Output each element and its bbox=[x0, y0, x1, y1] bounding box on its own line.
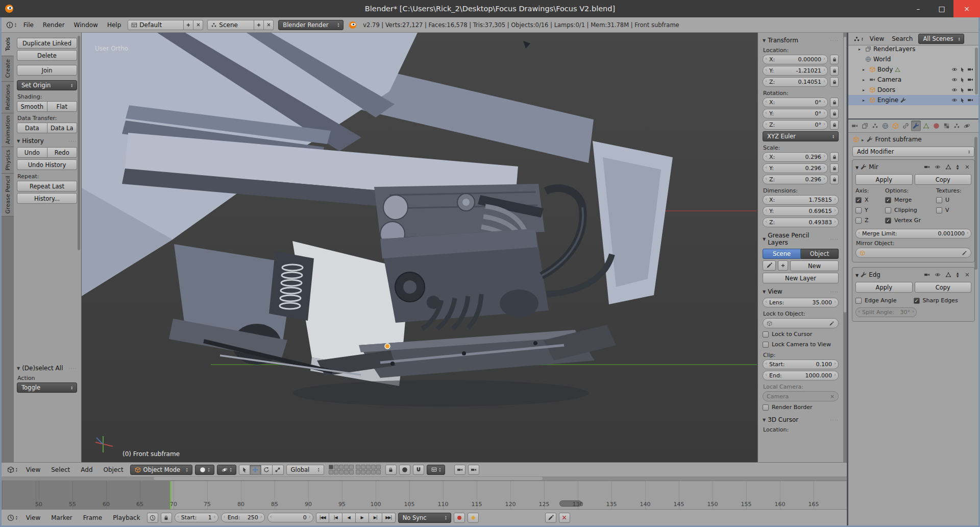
apply-button[interactable]: Apply bbox=[855, 174, 913, 185]
modifier-name[interactable]: Edg bbox=[869, 271, 880, 278]
jump-to-end-button[interactable]: ▶▶| bbox=[382, 513, 396, 523]
modifier-move-buttons[interactable] bbox=[954, 164, 961, 170]
undo-history-button[interactable]: Undo History bbox=[17, 159, 77, 170]
copy-button[interactable]: Copy bbox=[915, 282, 972, 293]
outliner-item-body[interactable]: Body bbox=[848, 64, 978, 75]
object-tab[interactable] bbox=[891, 121, 900, 131]
timeline-menu-playback[interactable]: Playback bbox=[109, 511, 144, 524]
clip-end-field[interactable]: End:1000.000 bbox=[763, 371, 839, 380]
scale-z-lock[interactable] bbox=[830, 175, 839, 184]
outliner-scrollbar[interactable] bbox=[975, 47, 978, 94]
snap-element-dropdown[interactable] bbox=[427, 465, 445, 475]
snap-toggle[interactable] bbox=[413, 465, 424, 475]
modifier-viewport-toggle[interactable] bbox=[933, 163, 942, 171]
merge-limit-field[interactable]: Merge Limit:0.001000 bbox=[855, 229, 971, 238]
vertex-group-checkbox[interactable] bbox=[885, 218, 891, 224]
scale-x-field[interactable]: X:0.296 bbox=[763, 152, 828, 162]
play-reverse-button[interactable]: ◀ bbox=[342, 513, 356, 523]
lock-to-object-field[interactable] bbox=[763, 318, 839, 328]
dimensions-z-field[interactable]: Z:0.49383 bbox=[763, 218, 839, 227]
viewport-editor[interactable]: User Ortho (0) Front subframe Tools Crea… bbox=[2, 33, 847, 476]
outliner-item-camera[interactable]: Camera bbox=[848, 75, 978, 85]
redo-button[interactable]: Redo bbox=[47, 147, 78, 158]
manipulator-scale-toggle[interactable] bbox=[273, 465, 284, 475]
location-z-lock[interactable] bbox=[830, 77, 839, 87]
modifier-editmode-toggle[interactable] bbox=[944, 163, 952, 171]
play-button[interactable]: ▶ bbox=[356, 513, 369, 523]
set-origin-dropdown[interactable]: Set Origin bbox=[17, 80, 77, 90]
scene-selector[interactable]: Scene bbox=[207, 20, 254, 30]
shade-smooth-button[interactable]: Smooth bbox=[17, 101, 47, 112]
lock-camera-checkbox[interactable] bbox=[763, 342, 769, 348]
visibility-eye-icon[interactable] bbox=[951, 66, 958, 73]
add-screen-layout-button[interactable] bbox=[184, 20, 193, 30]
delete-button[interactable]: Delete bbox=[17, 50, 77, 61]
viewport-editor-selector[interactable] bbox=[5, 465, 19, 475]
sharp-edges-checkbox[interactable] bbox=[914, 298, 920, 304]
delete-screen-layout-button[interactable] bbox=[193, 20, 203, 30]
history-menu-button[interactable]: History... bbox=[17, 193, 77, 204]
selectability-icon[interactable] bbox=[960, 98, 965, 103]
render-engine-selector[interactable]: Blender Render bbox=[278, 20, 344, 30]
auto-keyframe-record-button[interactable] bbox=[454, 513, 465, 523]
modifier-render-toggle[interactable] bbox=[922, 271, 931, 279]
texture-v-checkbox[interactable] bbox=[936, 207, 942, 213]
selectability-icon[interactable] bbox=[960, 77, 965, 83]
timeline-editor-selector[interactable] bbox=[5, 513, 19, 523]
gp-source-scene-button[interactable]: Scene bbox=[763, 249, 801, 259]
scale-z-field[interactable]: Z:0.296 bbox=[763, 175, 828, 184]
dimensions-x-field[interactable]: X:1.75815 bbox=[763, 195, 839, 205]
outliner-editor-selector[interactable] bbox=[851, 34, 865, 44]
scale-y-field[interactable]: Y:0.296 bbox=[763, 163, 828, 173]
view-panel-header[interactable]: View bbox=[763, 288, 839, 295]
use-preview-range-toggle[interactable] bbox=[147, 513, 158, 523]
insert-keyframe-button[interactable] bbox=[545, 513, 556, 523]
physics-tab[interactable] bbox=[962, 121, 972, 131]
tab-relations[interactable]: Relations bbox=[2, 82, 14, 113]
edge-angle-checkbox[interactable] bbox=[855, 298, 862, 304]
dimensions-y-field[interactable]: Y:0.69615 bbox=[763, 206, 839, 216]
renderability-icon[interactable] bbox=[967, 97, 973, 103]
clipping-checkbox[interactable] bbox=[885, 207, 891, 213]
clip-start-field[interactable]: Start:0.100 bbox=[763, 360, 839, 369]
tab-animation[interactable]: Animation bbox=[2, 113, 14, 147]
tab-tools[interactable]: Tools bbox=[2, 33, 14, 56]
constraints-tab[interactable] bbox=[901, 121, 911, 131]
join-button[interactable]: Join bbox=[17, 65, 77, 76]
merge-checkbox[interactable] bbox=[885, 197, 891, 203]
tab-grease-pencil[interactable]: Grease Pencil bbox=[2, 174, 14, 217]
editor-type-selector[interactable] bbox=[4, 20, 18, 30]
manipulator-rotate-toggle[interactable] bbox=[261, 465, 273, 475]
history-panel-header[interactable]: History bbox=[17, 137, 77, 145]
rotation-mode-dropdown[interactable]: XYZ Euler bbox=[763, 131, 839, 141]
shade-flat-button[interactable]: Flat bbox=[47, 101, 78, 112]
keying-set-button[interactable] bbox=[468, 513, 479, 523]
texture-u-checkbox[interactable] bbox=[936, 197, 942, 203]
lock-to-cursor-checkbox[interactable] bbox=[763, 331, 769, 338]
menu-window[interactable]: Window bbox=[70, 18, 102, 32]
layers-widget[interactable] bbox=[329, 465, 381, 474]
modifier-render-toggle[interactable] bbox=[922, 163, 931, 171]
axis-y-checkbox[interactable] bbox=[855, 207, 862, 213]
orientation-dropdown[interactable]: Global bbox=[286, 465, 324, 475]
viewport-menu-add[interactable]: Add bbox=[77, 463, 96, 476]
visibility-eye-icon[interactable] bbox=[951, 97, 958, 103]
jump-prev-keyframe-button[interactable]: |◀ bbox=[329, 513, 342, 523]
mode-dropdown[interactable]: Object Mode bbox=[130, 465, 192, 475]
collapse-icon[interactable] bbox=[855, 271, 859, 278]
axis-x-checkbox[interactable] bbox=[855, 197, 862, 203]
menu-help[interactable]: Help bbox=[103, 18, 125, 32]
close-button[interactable]: × bbox=[953, 0, 980, 17]
menu-render[interactable]: Render bbox=[39, 18, 69, 32]
outliner-menu-view[interactable]: View bbox=[867, 32, 887, 45]
outliner-scope-dropdown[interactable]: All Scenes bbox=[918, 34, 964, 44]
modifier-name[interactable]: Mir bbox=[869, 163, 878, 171]
undo-button[interactable]: Undo bbox=[17, 147, 47, 158]
material-tab[interactable] bbox=[932, 121, 941, 131]
minimize-button[interactable]: – bbox=[906, 0, 930, 17]
selectability-icon[interactable] bbox=[960, 87, 965, 93]
opengl-render-anim-button[interactable] bbox=[468, 465, 479, 475]
location-y-lock[interactable] bbox=[830, 66, 839, 76]
tool-shelf-scrollbar[interactable] bbox=[78, 36, 80, 250]
opengl-render-button[interactable] bbox=[454, 465, 465, 475]
